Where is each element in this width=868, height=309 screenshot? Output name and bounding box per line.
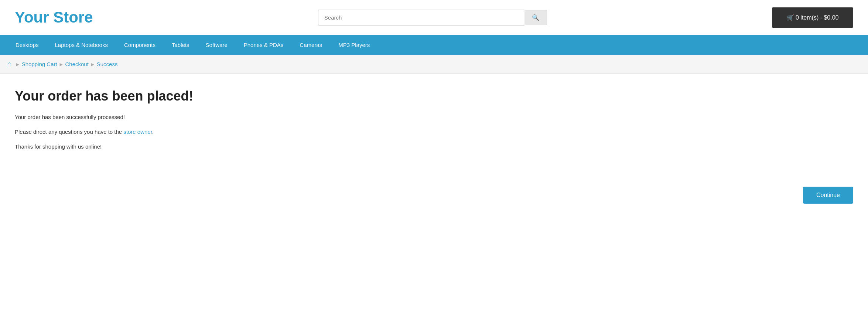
search-area: 🔍 — [318, 10, 547, 26]
order-line2-suffix: . — [152, 129, 154, 135]
nav-item-software[interactable]: Software — [198, 35, 236, 55]
breadcrumb-shopping-cart[interactable]: Shopping Cart — [22, 61, 57, 67]
nav-item-cameras[interactable]: Cameras — [291, 35, 330, 55]
search-icon: 🔍 — [532, 14, 539, 21]
nav-item-phones[interactable]: Phones & PDAs — [236, 35, 292, 55]
nav-item-laptops[interactable]: Laptops & Notebooks — [47, 35, 116, 55]
breadcrumb: ⌂ ► Shopping Cart ► Checkout ► Success — [0, 55, 868, 74]
continue-button[interactable]: Continue — [803, 187, 853, 204]
nav-item-mp3[interactable]: MP3 Players — [330, 35, 378, 55]
nav-item-components[interactable]: Components — [116, 35, 164, 55]
nav-item-desktops[interactable]: Desktops — [7, 35, 47, 55]
order-title: Your order has been placed! — [15, 88, 853, 104]
store-owner-link[interactable]: store owner — [123, 129, 152, 135]
store-title: Your Store — [15, 8, 93, 27]
order-line2: Please direct any questions you have to … — [15, 128, 853, 136]
breadcrumb-sep-1: ► — [15, 61, 20, 67]
nav-bar: Desktops Laptops & Notebooks Components … — [0, 35, 868, 55]
breadcrumb-checkout[interactable]: Checkout — [65, 61, 89, 67]
breadcrumb-success: Success — [97, 61, 118, 67]
search-button[interactable]: 🔍 — [524, 10, 547, 25]
breadcrumb-sep-3: ► — [90, 61, 95, 67]
breadcrumb-sep-2: ► — [59, 61, 64, 67]
order-line2-prefix: Please direct any questions you have to … — [15, 129, 123, 135]
order-line1: Your order has been successfully process… — [15, 113, 853, 122]
order-line3: Thanks for shopping with us online! — [15, 142, 853, 151]
main-content: Your order has been placed! Your order h… — [0, 74, 868, 179]
cart-button[interactable]: 🛒 0 item(s) - $0.00 — [772, 7, 853, 28]
header: Your Store 🔍 🛒 0 item(s) - $0.00 — [0, 0, 868, 35]
home-icon[interactable]: ⌂ — [7, 60, 11, 68]
search-input[interactable] — [318, 10, 524, 26]
continue-area: Continue — [0, 179, 868, 218]
nav-item-tablets[interactable]: Tablets — [164, 35, 198, 55]
